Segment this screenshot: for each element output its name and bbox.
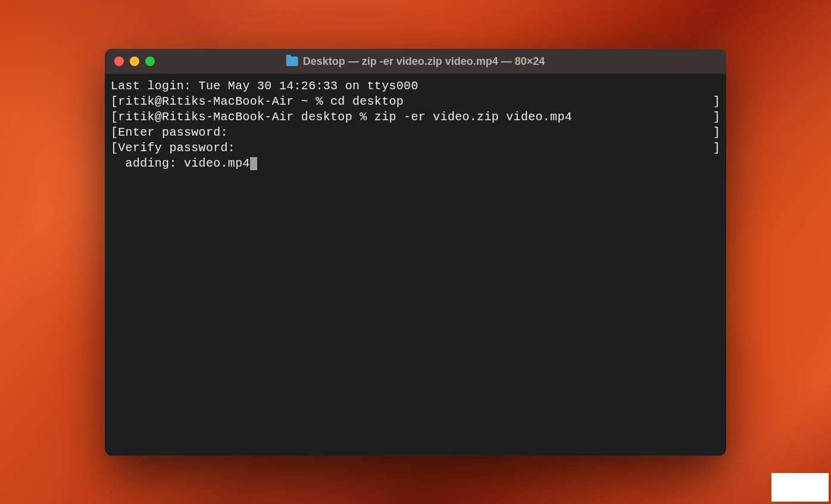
terminal-line: adding: video.mp4 xyxy=(111,156,720,171)
line-content: [Verify password: xyxy=(111,140,235,156)
close-button[interactable] xyxy=(114,57,124,66)
terminal-line: [Enter password: ] xyxy=(111,125,720,140)
line-content: [Enter password: xyxy=(111,125,228,140)
title-container: Desktop — zip -er video.zip video.mp4 — … xyxy=(286,55,545,68)
traffic-lights xyxy=(114,57,155,66)
line-content: [ritik@Ritiks-MacBook-Air desktop % zip … xyxy=(111,109,572,125)
line-end: ] xyxy=(713,125,720,140)
window-title: Desktop — zip -er video.zip video.mp4 — … xyxy=(303,55,545,68)
terminal-body[interactable]: Last login: Tue May 30 14:26:33 on ttys0… xyxy=(105,74,726,456)
line-content: adding: video.mp4 xyxy=(111,156,257,171)
line-end: ] xyxy=(713,109,720,125)
watermark-box xyxy=(771,473,829,502)
terminal-line: [ritik@Ritiks-MacBook-Air ~ % cd desktop… xyxy=(111,94,720,109)
maximize-button[interactable] xyxy=(145,57,155,66)
line-end: ] xyxy=(713,140,720,156)
folder-icon xyxy=(286,57,298,66)
terminal-line: [Verify password: ] xyxy=(111,140,720,156)
line-content: Last login: Tue May 30 14:26:33 on ttys0… xyxy=(111,79,418,94)
terminal-window: Desktop — zip -er video.zip video.mp4 — … xyxy=(105,49,726,456)
terminal-line: Last login: Tue May 30 14:26:33 on ttys0… xyxy=(111,79,720,94)
line-end: ] xyxy=(713,94,720,109)
cursor xyxy=(250,157,257,170)
line-content: [ritik@Ritiks-MacBook-Air ~ % cd desktop xyxy=(111,94,404,109)
titlebar[interactable]: Desktop — zip -er video.zip video.mp4 — … xyxy=(105,49,726,74)
terminal-line: [ritik@Ritiks-MacBook-Air desktop % zip … xyxy=(111,109,720,125)
minimize-button[interactable] xyxy=(130,57,139,66)
